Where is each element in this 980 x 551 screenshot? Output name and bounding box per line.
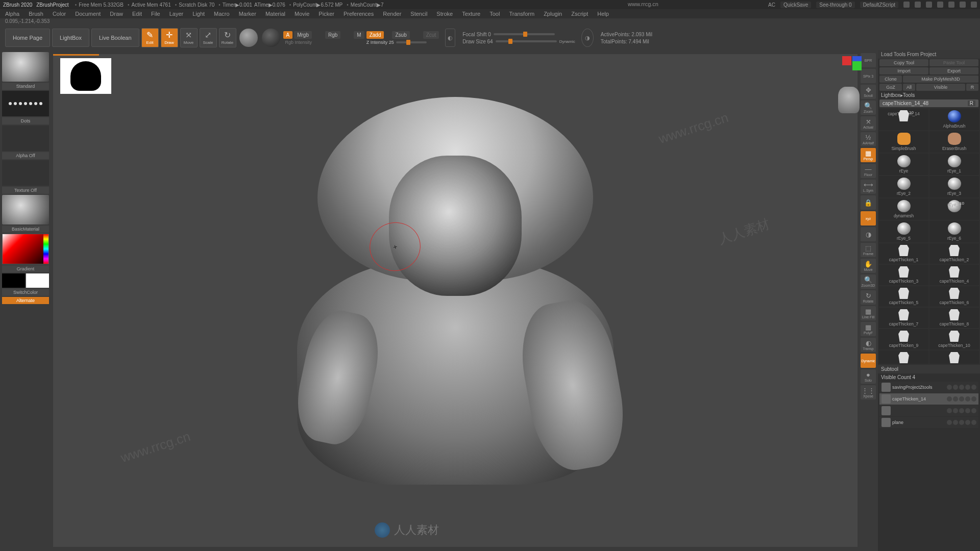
menu-icon[interactable] <box>903 2 910 8</box>
goz-visible-button[interactable]: Visible <box>916 84 965 91</box>
menu-help[interactable]: Help <box>597 11 609 17</box>
solo-icon[interactable]: ●Solo <box>861 369 876 384</box>
tool-item[interactable]: rEye_2 <box>879 176 928 197</box>
menu-preferences[interactable]: Preferences <box>344 11 374 17</box>
tool-item[interactable]: 10rEye_3 <box>929 198 979 220</box>
switchcolor-button[interactable]: SwitchColor <box>2 289 49 296</box>
close-icon[interactable] <box>971 2 977 8</box>
menu-icon[interactable] <box>926 2 932 8</box>
menu-icon[interactable] <box>915 2 921 8</box>
zoom3d-icon[interactable]: 🔍Zoom3D <box>861 274 876 289</box>
goz-button[interactable]: GoZ <box>879 84 902 91</box>
maximize-icon[interactable] <box>960 2 966 8</box>
frame-icon[interactable]: ⬚Frame <box>861 243 876 257</box>
tool-item[interactable]: rEye_1 <box>929 154 979 175</box>
color-picker[interactable] <box>2 234 49 264</box>
scroll-icon[interactable]: ✥Scroll <box>861 85 876 99</box>
draw-size-slider[interactable] <box>496 40 557 42</box>
draw-mode-icon[interactable]: ✛Draw <box>161 28 178 47</box>
spix-icon[interactable]: SPix 3 <box>861 69 876 83</box>
texture-preview[interactable] <box>2 160 49 186</box>
subtool-row[interactable]: capeThicken_14 <box>879 393 978 405</box>
dynamic-icon[interactable]: Dynamic <box>861 354 876 368</box>
menu-marker[interactable]: Marker <box>239 11 256 17</box>
lightbox-button[interactable]: LightBox <box>52 29 89 47</box>
tool-item[interactable]: capeThicken_12 <box>929 350 979 364</box>
menu-zplugin[interactable]: Zplugin <box>544 11 562 17</box>
zcut-button[interactable]: Zcut <box>423 31 439 39</box>
tool-item[interactable]: EraserBrush <box>929 131 979 153</box>
menu-render[interactable]: Render <box>383 11 401 17</box>
tool-item[interactable]: capeThicken_10 <box>929 329 979 349</box>
gizmo-alt-icon[interactable] <box>262 29 280 47</box>
tool-item[interactable]: dynamesh <box>879 198 928 220</box>
menu-document[interactable]: Document <box>75 11 101 17</box>
xpose-icon[interactable]: ⋮⋮Xpose <box>861 385 876 399</box>
menu-icon[interactable] <box>937 2 943 8</box>
menu-draw[interactable]: Draw <box>110 11 123 17</box>
lightbox-tools-label[interactable]: Lightbox▸Tools <box>878 91 980 99</box>
tool-item[interactable]: capeThicken_2 <box>929 243 979 264</box>
paste-tool-button[interactable]: Paste Tool <box>929 59 978 66</box>
load-tools-title[interactable]: Load Tools From Project <box>878 50 980 59</box>
home-page-button[interactable]: Home Page <box>5 29 50 47</box>
rotate-icon[interactable]: ↻Rotate <box>861 290 876 305</box>
actual-icon[interactable]: ⤧Actual <box>861 116 876 131</box>
tool-item[interactable]: 10capeThicken_14 <box>879 109 928 130</box>
viewport[interactable]: www.rrcg.cn 人人素材 www.rrcg.cn 人人素材 <box>53 54 857 547</box>
brush-preview[interactable] <box>2 52 49 82</box>
menu-edit[interactable]: Edit <box>132 11 142 17</box>
zoom-icon[interactable]: 🔍Zoom <box>861 101 876 115</box>
tool-item[interactable]: SimpleBrush <box>879 131 928 153</box>
menu-file[interactable]: File <box>151 11 160 17</box>
tool-item[interactable]: capeThicken_8 <box>929 308 979 328</box>
minimize-icon[interactable] <box>948 2 954 8</box>
stroke-preview[interactable] <box>2 91 49 116</box>
menu-light[interactable]: Light <box>192 11 205 17</box>
live-boolean-button[interactable]: Live Boolean <box>91 29 139 47</box>
toggle-icon[interactable]: ◑ <box>861 227 876 241</box>
bpr-icon[interactable]: BPR <box>861 53 876 67</box>
material-preview[interactable] <box>2 195 49 224</box>
reference-thumbnail[interactable] <box>60 58 111 94</box>
quicksave-button[interactable]: QuickSave <box>780 2 811 8</box>
rgb-button[interactable]: Rgb <box>325 31 340 39</box>
menu-stroke[interactable]: Stroke <box>436 11 453 17</box>
menu-zscript[interactable]: Zscript <box>571 11 588 17</box>
gradient-label[interactable]: Gradient <box>2 265 49 272</box>
tool-item[interactable]: capeThicken_7 <box>879 308 928 328</box>
brush-size-icon[interactable]: ◐ <box>445 29 455 47</box>
tool-item[interactable]: capeThicken_4 <box>929 265 979 285</box>
menu-layer[interactable]: Layer <box>169 11 184 17</box>
z-intensity-slider[interactable] <box>396 41 427 43</box>
menu-texture[interactable]: Texture <box>462 11 480 17</box>
linefill-icon[interactable]: ▦Line Fill <box>861 306 876 320</box>
alpha-preview[interactable] <box>2 126 49 151</box>
subtool-row[interactable]: savingProjectZtools <box>879 382 978 393</box>
zsub-button[interactable]: Zsub <box>392 31 409 39</box>
menu-material[interactable]: Material <box>265 11 285 17</box>
rotate-mode-icon[interactable]: ↻Rotate <box>219 28 236 47</box>
menu-stencil[interactable]: Stencil <box>410 11 427 17</box>
move-mode-icon[interactable]: ⤧Move <box>180 28 198 47</box>
tool-item[interactable]: capeThicken_3 <box>879 265 928 285</box>
export-button[interactable]: Export <box>929 67 978 74</box>
selected-tool[interactable]: capeThicken_14_48R <box>879 99 978 107</box>
subtool-header[interactable]: Subtool <box>878 365 980 373</box>
polyf-icon[interactable]: ▦PolyF <box>861 322 876 336</box>
tool-item[interactable]: capeThicken_5 <box>879 286 928 307</box>
tool-item[interactable]: capeThicken_11 <box>879 350 928 364</box>
menu-macro[interactable]: Macro <box>214 11 230 17</box>
clone-button[interactable]: Clone <box>879 76 902 83</box>
tool-item[interactable]: rEye <box>879 154 928 175</box>
lsym-icon[interactable]: ⟷L.Sym <box>861 180 876 194</box>
copy-tool-button[interactable]: Copy Tool <box>879 59 928 66</box>
menu-transform[interactable]: Transform <box>509 11 534 17</box>
menu-color[interactable]: Color <box>53 11 66 17</box>
a-button[interactable]: A <box>283 31 293 39</box>
make-polymesh-button[interactable]: Make PolyMesh3D <box>903 76 978 83</box>
axis-widget[interactable] <box>842 56 863 82</box>
tool-item[interactable]: rEye_3 <box>929 176 979 197</box>
mrgb-button[interactable]: Mrgb <box>294 31 312 39</box>
defaultzscript-button[interactable]: DefaultZScript <box>860 2 898 8</box>
